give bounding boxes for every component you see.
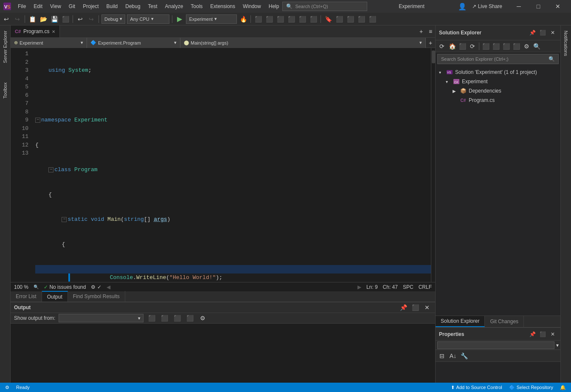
zoom-level[interactable]: 100 % xyxy=(14,284,28,290)
bookmark-btn-1[interactable]: 🔖 xyxy=(323,14,333,24)
scope-dropdown[interactable]: ⊕ Experiment ▾ xyxy=(11,38,87,48)
undo-button[interactable]: ↩ xyxy=(76,14,85,24)
tree-program-cs[interactable]: ▶ C# Program.cs xyxy=(436,96,560,105)
bookmark-btn-2[interactable]: ⬛ xyxy=(335,14,344,24)
save-button[interactable]: 💾 xyxy=(50,14,59,24)
se-settings-button[interactable]: ⚙ xyxy=(522,42,531,51)
se-filter-button[interactable]: ⬛ xyxy=(501,42,511,51)
menu-project[interactable]: Project xyxy=(79,2,102,11)
line-ending[interactable]: CRLF xyxy=(419,284,432,290)
menu-window[interactable]: Window xyxy=(239,2,264,11)
global-search[interactable]: 🔍 Search (Ctrl+Q) xyxy=(282,2,367,11)
props-wrench-button[interactable]: 🔧 xyxy=(459,351,469,361)
tab-program-cs[interactable]: C# Program.cs ✕ xyxy=(11,25,60,37)
hot-reload-button[interactable]: 🔥 xyxy=(239,14,248,24)
right-arrow[interactable]: ▶ xyxy=(357,284,361,290)
props-categories-button[interactable]: ⊟ xyxy=(437,351,447,361)
nav-forward-button[interactable]: ↪ xyxy=(13,14,22,24)
props-close-button[interactable]: ✕ xyxy=(548,330,557,338)
menu-help[interactable]: Help xyxy=(265,2,283,11)
run-button[interactable]: ▶ xyxy=(175,14,184,24)
props-object-dropdown[interactable] xyxy=(437,341,554,349)
output-pin-button[interactable]: 📌 xyxy=(399,303,408,312)
output-settings-button[interactable]: ⚙ xyxy=(198,313,207,323)
debug-btn-4[interactable]: ⬛ xyxy=(287,14,296,24)
save-all-button[interactable]: ⬛ xyxy=(61,14,70,24)
se-tab-git-changes[interactable]: Git Changes xyxy=(485,316,524,327)
close-button[interactable]: ✕ xyxy=(548,0,568,13)
se-close-button[interactable]: ✕ xyxy=(548,28,557,37)
nav-back-button[interactable]: ↩ xyxy=(2,14,11,24)
collapse-class-button[interactable]: − xyxy=(48,167,53,172)
new-tab-button[interactable]: + xyxy=(416,25,426,37)
git-status[interactable]: ⚙ ✓ xyxy=(91,284,101,290)
zoom-icon[interactable]: 🔍 xyxy=(34,285,39,289)
select-repository[interactable]: 🔷 Select Repository xyxy=(507,385,555,390)
menu-test[interactable]: Test xyxy=(145,2,161,11)
props-float-button[interactable]: ⬛ xyxy=(538,330,547,338)
debug-btn-2[interactable]: ⬛ xyxy=(264,14,274,24)
strip-notifications[interactable]: Notifications xyxy=(562,27,570,59)
git-branch-item[interactable]: ⚙ xyxy=(3,385,11,390)
tab-find-symbol-results[interactable]: Find Symbol Results xyxy=(68,291,125,302)
tab-close-button[interactable]: ✕ xyxy=(52,29,55,34)
left-arrow[interactable]: ◀ xyxy=(107,284,110,290)
output-close-button[interactable]: ✕ xyxy=(422,303,432,312)
props-alpha-button[interactable]: A↓ xyxy=(448,351,458,361)
bookmark-btn-5[interactable]: ⬛ xyxy=(368,14,377,24)
output-lock-button[interactable]: ⬛ xyxy=(172,313,182,323)
se-expand-button[interactable]: ⬛ xyxy=(512,42,521,51)
maximize-button[interactable]: □ xyxy=(529,0,548,13)
open-button[interactable]: 📂 xyxy=(39,14,48,24)
bookmark-btn-4[interactable]: ⬛ xyxy=(357,14,366,24)
menu-analyze[interactable]: Analyze xyxy=(162,2,187,11)
collapse-method-button[interactable]: − xyxy=(62,217,67,222)
tab-options-button[interactable]: ≡ xyxy=(426,25,435,37)
solution-explorer-search[interactable]: Search Solution Explorer (Ctrl+;) 🔍 xyxy=(437,54,559,64)
menu-file[interactable]: File xyxy=(14,2,29,11)
se-sync-button[interactable]: ⟳ xyxy=(437,42,447,51)
se-view-button[interactable]: ⬛ xyxy=(458,42,467,51)
tab-error-list[interactable]: Error List xyxy=(11,291,42,302)
output-source-dropdown[interactable]: ▾ xyxy=(59,314,143,322)
debug-btn-5[interactable]: ⬛ xyxy=(298,14,307,24)
redo-button[interactable]: ↪ xyxy=(87,14,96,24)
menu-git[interactable]: Git xyxy=(65,2,79,11)
minimize-button[interactable]: ─ xyxy=(509,0,529,13)
tree-dependencies[interactable]: ▶ 📦 Dependencies xyxy=(436,86,560,96)
se-pin-button[interactable]: 📌 xyxy=(528,28,537,37)
debug-btn-3[interactable]: ⬛ xyxy=(276,14,285,24)
se-collapse-button[interactable]: ⬛ xyxy=(491,42,501,51)
menu-view[interactable]: View xyxy=(47,2,65,11)
tree-solution[interactable]: ▾ VS Solution 'Experiment' (1 of 1 proje… xyxy=(436,68,560,77)
method-dropdown[interactable]: ⬤ Main(string[] args) ▾ xyxy=(180,38,426,48)
nav-add-button[interactable]: + xyxy=(426,38,435,48)
config-dropdown[interactable]: Debug ▾ xyxy=(101,14,125,24)
sidebar-tab-toolbox[interactable]: Toolbox xyxy=(1,79,9,102)
run-target-dropdown[interactable]: Experiment ▾ xyxy=(186,14,237,24)
platform-dropdown[interactable]: Any CPU ▾ xyxy=(127,14,169,24)
code-editor[interactable]: 1 2 3 4 5 6 7 8 9 10 11 12 13 using Syst… xyxy=(11,48,435,282)
se-search2-button[interactable]: 🔍 xyxy=(532,42,541,51)
output-float-button[interactable]: ⬛ xyxy=(411,303,420,312)
se-tab-solution-explorer[interactable]: Solution Explorer xyxy=(436,316,485,327)
se-float-button[interactable]: ⬛ xyxy=(538,28,547,37)
output-word-wrap-button[interactable]: ⬛ xyxy=(160,313,169,323)
tab-output[interactable]: Output xyxy=(42,291,68,302)
notifications-button[interactable]: 🔔 xyxy=(558,385,568,390)
debug-btn-6[interactable]: ⬛ xyxy=(309,14,318,24)
debug-btn-1[interactable]: ⬛ xyxy=(253,14,263,24)
class-dropdown[interactable]: 🔷 Experiment.Program ▾ xyxy=(87,38,180,48)
menu-build[interactable]: Build xyxy=(103,2,121,11)
live-share-button[interactable]: ↗ Live Share xyxy=(469,3,506,9)
menu-edit[interactable]: Edit xyxy=(30,2,46,11)
scroll-thumb[interactable] xyxy=(432,51,435,63)
encoding[interactable]: SPC xyxy=(403,284,413,290)
se-home-button[interactable]: 🏠 xyxy=(447,42,457,51)
collapse-namespace-button[interactable]: − xyxy=(35,118,40,123)
menu-debug[interactable]: Debug xyxy=(122,2,143,11)
se-open-button[interactable]: ⬛ xyxy=(481,42,490,51)
sidebar-tab-server-explorer[interactable]: Server Explorer xyxy=(1,27,9,66)
bookmark-btn-3[interactable]: ⬛ xyxy=(346,14,355,24)
menu-extensions[interactable]: Extensions xyxy=(207,2,239,11)
